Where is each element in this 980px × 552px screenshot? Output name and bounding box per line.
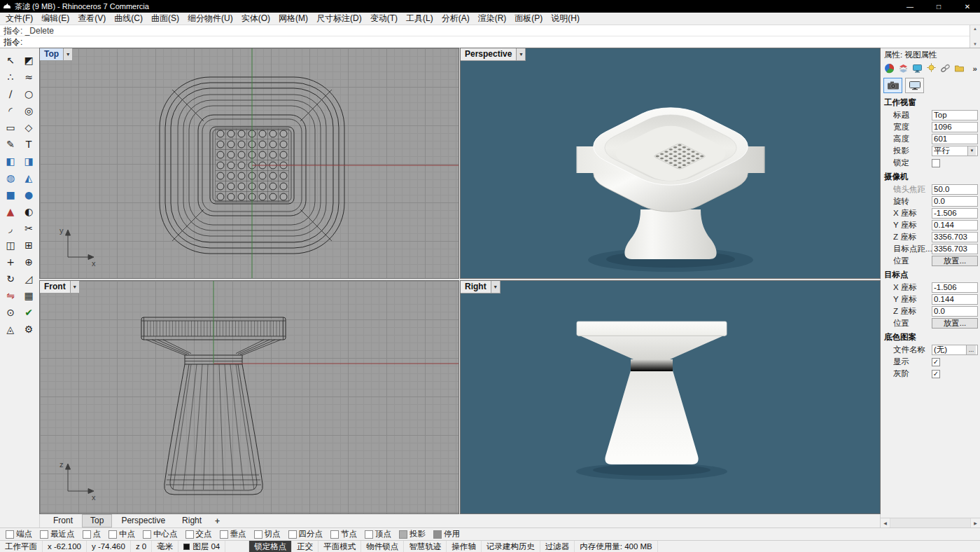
ellipse-tool-icon[interactable]: ◎ <box>20 102 38 118</box>
menu-item[interactable]: 面板(P) <box>510 12 547 25</box>
scroll-up-icon[interactable]: ▲ <box>973 27 977 31</box>
osnap-checkbox[interactable] <box>220 530 228 539</box>
viewport-title-tab-front[interactable]: Front ▼ <box>40 281 80 294</box>
place-button[interactable]: 放置... <box>932 256 978 266</box>
osnap-checkbox[interactable] <box>83 530 91 539</box>
scroll-left-icon[interactable]: ◀ <box>881 518 890 527</box>
scroll-right-icon[interactable]: ▶ <box>970 518 980 527</box>
menu-item[interactable]: 变动(T) <box>366 12 402 25</box>
viewport-menu-arrow-icon[interactable]: ▼ <box>516 48 525 60</box>
menu-item[interactable]: 说明(H) <box>547 12 584 25</box>
smarttrack-toggle[interactable]: 智慧轨迹 <box>404 541 447 552</box>
plane-surface-tool-icon[interactable]: ◧ <box>1 153 20 169</box>
line-tool-icon[interactable]: ∕ <box>1 85 20 102</box>
top-viewport-canvas[interactable]: y x <box>40 48 458 278</box>
osnap-checkbox[interactable] <box>108 530 117 539</box>
planar-toggle[interactable]: 平面模式 <box>318 541 361 552</box>
lights-tab-icon[interactable] <box>925 63 937 74</box>
boolean-tool-icon[interactable]: ◐ <box>20 203 38 219</box>
gumball-toggle[interactable]: 操作轴 <box>447 541 482 552</box>
menu-item[interactable]: 曲面(S) <box>147 12 183 25</box>
osnap-checkbox[interactable] <box>186 530 194 539</box>
panel-overflow-icon[interactable]: » <box>973 64 977 73</box>
viewport-title[interactable]: Front <box>40 281 70 293</box>
copy-tool-icon[interactable]: ⊕ <box>20 254 38 270</box>
osnap-checkbox[interactable] <box>288 530 297 539</box>
viewport-tab-perspective[interactable]: Perspective <box>113 515 173 527</box>
grid-snap-toggle[interactable]: 锁定格点 <box>249 541 292 552</box>
gumball-tool-icon[interactable]: ⊙ <box>1 304 20 320</box>
front-viewport-canvas[interactable]: z x <box>40 281 458 513</box>
properties-tab-icon[interactable] <box>883 63 895 74</box>
property-value-field[interactable]: 0.0 <box>932 196 978 207</box>
property-value-field[interactable]: 3356.703 <box>932 232 978 242</box>
osnap-item[interactable]: 交点 <box>186 529 212 539</box>
viewport-perspective[interactable]: Perspective ▼ <box>461 48 880 278</box>
viewport-front[interactable]: z x Front ▼ <box>40 281 458 513</box>
folder-tab-icon[interactable] <box>953 63 965 74</box>
panel-horizontal-scrollbar[interactable]: ◀ ▶ <box>881 518 980 527</box>
menu-item[interactable]: 编辑(E) <box>37 12 74 25</box>
osnap-checkbox[interactable] <box>254 530 262 539</box>
text-tool-icon[interactable]: T <box>20 136 38 152</box>
osnap-checkbox[interactable] <box>399 530 407 539</box>
cplane-button[interactable]: 工作平面 <box>0 541 43 552</box>
command-scrollbar[interactable]: ▲ ▼ <box>969 25 980 48</box>
current-layer[interactable]: 图层 04 <box>178 541 225 552</box>
osnap-item[interactable]: 中点 <box>108 529 135 539</box>
property-value-field[interactable]: 1096 <box>932 122 978 132</box>
arc-tool-icon[interactable]: ◜ <box>1 102 20 118</box>
extrude-tool-icon[interactable]: ▲ <box>1 203 20 219</box>
osnap-item[interactable]: 切点 <box>254 529 281 539</box>
viewport-tab-right[interactable]: Right <box>174 515 209 527</box>
circle-tool-icon[interactable]: ○ <box>20 85 38 102</box>
osnap-checkbox[interactable] <box>330 530 339 539</box>
osnap-toggle[interactable]: 物件锁点 <box>361 541 404 552</box>
cursor-z[interactable]: z 0 <box>131 541 152 552</box>
osnap-checkbox[interactable] <box>143 530 151 539</box>
dropdown-arrow-icon[interactable]: ▼ <box>967 146 976 156</box>
viewport-menu-arrow-icon[interactable]: ▼ <box>63 48 72 60</box>
link-tab-icon[interactable] <box>939 63 951 74</box>
property-checkbox[interactable] <box>932 159 940 167</box>
rotate-tool-icon[interactable]: ↻ <box>1 270 20 287</box>
perspective-viewport-canvas[interactable] <box>461 48 880 278</box>
viewport-title[interactable]: Top <box>40 48 63 60</box>
trim-tool-icon[interactable]: ✂ <box>20 220 38 236</box>
command-prompt-input[interactable]: 指令: <box>0 36 980 48</box>
curve-tool-icon[interactable]: ≈ <box>20 69 38 85</box>
select-arrow-tool-icon[interactable]: ↖ <box>1 52 20 68</box>
analyze-tool-icon[interactable]: ◬ <box>1 321 20 337</box>
property-dropdown[interactable]: 平行▼ <box>932 146 978 156</box>
polygon-tool-icon[interactable]: ◇ <box>20 119 38 135</box>
osnap-item[interactable]: 停用 <box>433 529 460 539</box>
property-value-field[interactable]: -1.506 <box>932 282 978 293</box>
scale-tool-icon[interactable]: ◿ <box>20 270 38 287</box>
lasso-select-tool-icon[interactable]: ◩ <box>20 52 38 68</box>
osnap-item[interactable]: 四分点 <box>288 529 323 539</box>
menu-item[interactable]: 渲染(R) <box>474 12 511 25</box>
layers-tab-icon[interactable] <box>897 63 909 74</box>
loft-surface-tool-icon[interactable]: ◨ <box>20 153 38 169</box>
display-properties-mode-button[interactable] <box>905 78 924 93</box>
property-value-field[interactable]: 0.0 <box>932 306 978 317</box>
viewport-tab-front[interactable]: Front <box>46 515 80 527</box>
close-button[interactable]: ✕ <box>955 0 980 13</box>
viewport-title[interactable]: Perspective <box>461 48 516 60</box>
property-checkbox[interactable]: ✓ <box>932 370 940 378</box>
osnap-item[interactable]: 中心点 <box>143 529 178 539</box>
property-value-field[interactable]: 3356.703 <box>932 244 978 254</box>
settings-tool-icon[interactable]: ⚙ <box>20 321 38 337</box>
ortho-toggle[interactable]: 正交 <box>292 541 318 552</box>
property-value-field[interactable]: 0.144 <box>932 294 978 305</box>
sphere-tool-icon[interactable]: ● <box>20 186 38 202</box>
place-button[interactable]: 放置... <box>932 318 978 329</box>
menu-item[interactable]: 细分物件(U) <box>183 12 237 25</box>
menu-item[interactable]: 查看(V) <box>74 12 110 25</box>
property-value-field[interactable]: 50.0 <box>932 184 978 195</box>
rectangle-tool-icon[interactable]: ▭ <box>1 119 20 135</box>
browse-button[interactable]: ... <box>966 345 976 354</box>
mirror-tool-icon[interactable]: ⇋ <box>1 287 20 303</box>
viewport-tab-top[interactable]: Top <box>82 514 112 527</box>
right-viewport-canvas[interactable] <box>461 281 880 513</box>
